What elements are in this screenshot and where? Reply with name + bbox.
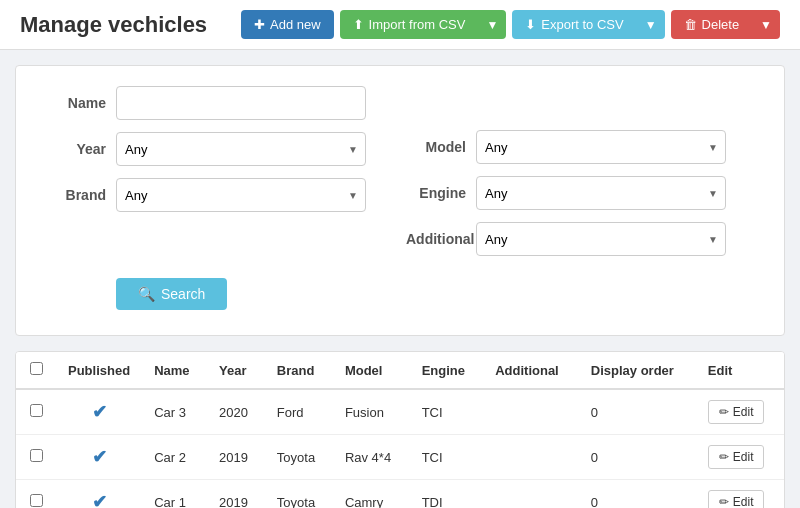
row-engine-2: TDI bbox=[410, 480, 484, 509]
edit-button-0[interactable]: ✏ Edit bbox=[708, 400, 765, 424]
row-published-1: ✔ bbox=[56, 435, 142, 480]
export-csv-button[interactable]: ⬇ Export to CSV bbox=[512, 10, 636, 39]
row-checkbox-cell bbox=[16, 435, 56, 480]
table-row: ✔ Car 3 2020 Ford Fusion TCI 0 ✏ Edit bbox=[16, 389, 784, 435]
col-name: Name bbox=[142, 352, 207, 389]
col-model: Model bbox=[333, 352, 410, 389]
row-display-order-1: 0 bbox=[579, 435, 696, 480]
trash-icon: 🗑 bbox=[684, 17, 697, 32]
main-content: Name Year Any Brand Any bbox=[0, 50, 800, 508]
table-body: ✔ Car 3 2020 Ford Fusion TCI 0 ✏ Edit ✔ … bbox=[16, 389, 784, 508]
right-filters: Model Any Engine Any bbox=[406, 130, 726, 268]
col-published: Published bbox=[56, 352, 142, 389]
published-checkmark: ✔ bbox=[92, 402, 107, 422]
engine-select-wrapper: Any bbox=[476, 176, 726, 210]
engine-filter-row: Engine Any bbox=[406, 176, 726, 210]
row-engine-1: TCI bbox=[410, 435, 484, 480]
brand-select-wrapper: Any bbox=[116, 178, 366, 212]
col-edit: Edit bbox=[696, 352, 784, 389]
additional-select[interactable]: Any bbox=[476, 222, 726, 256]
year-filter-row: Year Any bbox=[46, 132, 366, 166]
col-engine: Engine bbox=[410, 352, 484, 389]
row-name-2: Car 1 bbox=[142, 480, 207, 509]
name-filter-row: Name bbox=[46, 86, 366, 120]
row-model-0: Fusion bbox=[333, 389, 410, 435]
published-checkmark: ✔ bbox=[92, 447, 107, 467]
row-edit-cell-0: ✏ Edit bbox=[696, 389, 784, 435]
model-label: Model bbox=[406, 139, 466, 155]
col-additional: Additional bbox=[483, 352, 579, 389]
year-select[interactable]: Any bbox=[116, 132, 366, 166]
row-year-0: 2020 bbox=[207, 389, 265, 435]
table-panel: Published Name Year Brand Model Engine A… bbox=[15, 351, 785, 508]
row-engine-0: TCI bbox=[410, 389, 484, 435]
select-all-checkbox[interactable] bbox=[30, 362, 43, 375]
delete-button[interactable]: 🗑 Delete bbox=[671, 10, 753, 39]
model-select-wrapper: Any bbox=[476, 130, 726, 164]
delete-split: 🗑 Delete ▼ bbox=[671, 10, 780, 39]
brand-select[interactable]: Any bbox=[116, 178, 366, 212]
page-header: Manage vechicles ✚ Add new ⬆ Import from… bbox=[0, 0, 800, 50]
import-csv-button[interactable]: ⬆ Import from CSV bbox=[340, 10, 479, 39]
published-checkmark: ✔ bbox=[92, 492, 107, 508]
col-year: Year bbox=[207, 352, 265, 389]
row-year-1: 2019 bbox=[207, 435, 265, 480]
row-brand-0: Ford bbox=[265, 389, 333, 435]
additional-filter-row: Additional Any bbox=[406, 222, 726, 256]
page-title: Manage vechicles bbox=[20, 12, 207, 38]
brand-filter-row: Brand Any bbox=[46, 178, 366, 212]
row-checkbox-0[interactable] bbox=[30, 404, 43, 417]
row-edit-cell-2: ✏ Edit bbox=[696, 480, 784, 509]
row-model-1: Rav 4*4 bbox=[333, 435, 410, 480]
row-checkbox-1[interactable] bbox=[30, 449, 43, 462]
year-label: Year bbox=[46, 141, 106, 157]
name-input[interactable] bbox=[116, 86, 366, 120]
row-display-order-2: 0 bbox=[579, 480, 696, 509]
header-buttons: ✚ Add new ⬆ Import from CSV ▼ ⬇ Export t… bbox=[241, 10, 780, 39]
export-csv-dropdown[interactable]: ▼ bbox=[637, 10, 665, 39]
name-label: Name bbox=[46, 95, 106, 111]
filter-columns: Name Year Any Brand Any bbox=[46, 86, 754, 268]
plus-icon: ✚ bbox=[254, 17, 265, 32]
row-additional-2 bbox=[483, 480, 579, 509]
filter-panel: Name Year Any Brand Any bbox=[15, 65, 785, 336]
import-csv-dropdown[interactable]: ▼ bbox=[478, 10, 506, 39]
select-all-header bbox=[16, 352, 56, 389]
col-brand: Brand bbox=[265, 352, 333, 389]
search-button[interactable]: 🔍 Search bbox=[116, 278, 227, 310]
delete-dropdown[interactable]: ▼ bbox=[752, 10, 780, 39]
table-row: ✔ Car 2 2019 Toyota Rav 4*4 TCI 0 ✏ Edit bbox=[16, 435, 784, 480]
row-display-order-0: 0 bbox=[579, 389, 696, 435]
edit-button-1[interactable]: ✏ Edit bbox=[708, 445, 765, 469]
model-select[interactable]: Any bbox=[476, 130, 726, 164]
import-csv-split: ⬆ Import from CSV ▼ bbox=[340, 10, 507, 39]
row-checkbox-cell bbox=[16, 389, 56, 435]
engine-label: Engine bbox=[406, 185, 466, 201]
row-published-0: ✔ bbox=[56, 389, 142, 435]
row-model-2: Camry bbox=[333, 480, 410, 509]
model-filter-row: Model Any bbox=[406, 130, 726, 164]
row-additional-1 bbox=[483, 435, 579, 480]
edit-button-2[interactable]: ✏ Edit bbox=[708, 490, 765, 508]
row-additional-0 bbox=[483, 389, 579, 435]
search-icon: 🔍 bbox=[138, 286, 155, 302]
row-name-0: Car 3 bbox=[142, 389, 207, 435]
table-header: Published Name Year Brand Model Engine A… bbox=[16, 352, 784, 389]
brand-label: Brand bbox=[46, 187, 106, 203]
pencil-icon: ✏ bbox=[719, 405, 729, 419]
download-icon: ⬇ bbox=[525, 17, 536, 32]
pencil-icon: ✏ bbox=[719, 450, 729, 464]
row-name-1: Car 2 bbox=[142, 435, 207, 480]
additional-select-wrapper: Any bbox=[476, 222, 726, 256]
upload-icon: ⬆ bbox=[353, 17, 364, 32]
col-display-order: Display order bbox=[579, 352, 696, 389]
row-published-2: ✔ bbox=[56, 480, 142, 509]
row-year-2: 2019 bbox=[207, 480, 265, 509]
row-checkbox-2[interactable] bbox=[30, 494, 43, 507]
engine-select[interactable]: Any bbox=[476, 176, 726, 210]
year-select-wrapper: Any bbox=[116, 132, 366, 166]
add-new-button[interactable]: ✚ Add new bbox=[241, 10, 334, 39]
table-row: ✔ Car 1 2019 Toyota Camry TDI 0 ✏ Edit bbox=[16, 480, 784, 509]
additional-label: Additional bbox=[406, 231, 466, 247]
pencil-icon: ✏ bbox=[719, 495, 729, 508]
